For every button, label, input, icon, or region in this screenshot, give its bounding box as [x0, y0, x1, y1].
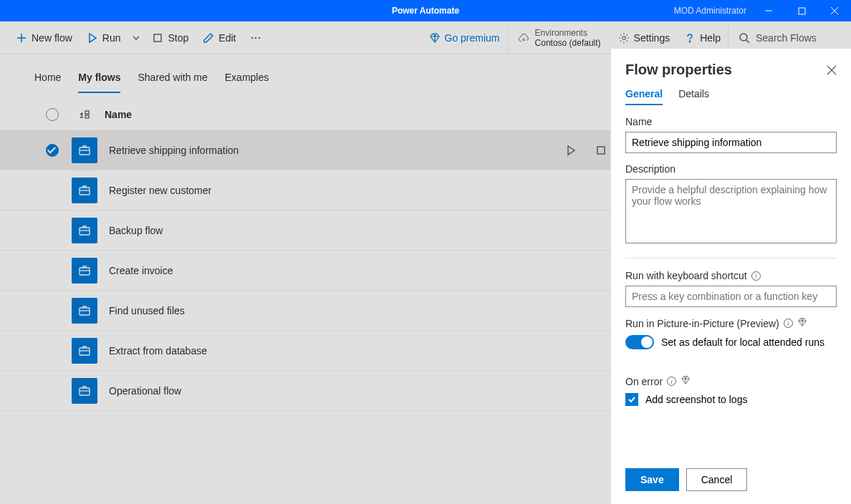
user-label: MOD Administrator — [674, 6, 752, 16]
onerror-label: On error i — [625, 375, 837, 387]
svg-rect-25 — [80, 188, 90, 195]
info-icon[interactable]: i — [784, 319, 793, 328]
flow-name: Backup flow — [99, 225, 544, 236]
new-flow-button[interactable]: New flow — [9, 21, 80, 54]
premium-icon — [681, 375, 691, 387]
svg-point-9 — [255, 37, 256, 38]
premium-icon — [797, 317, 807, 329]
svg-point-10 — [259, 37, 260, 38]
svg-marker-6 — [90, 34, 96, 42]
pip-label: Run in Picture-in-Picture (Preview) i — [625, 317, 837, 329]
window-controls — [752, 0, 851, 21]
flow-name: Register new customer — [99, 185, 544, 196]
close-button[interactable] — [818, 0, 851, 21]
flow-name: Create invoice — [99, 265, 544, 276]
flow-icon — [72, 338, 97, 364]
tab-shared[interactable]: Shared with me — [138, 72, 207, 93]
onerror-checkbox[interactable] — [625, 393, 638, 406]
flow-icon — [72, 218, 97, 243]
minimize-button[interactable] — [752, 0, 785, 21]
column-name-header[interactable]: Name — [99, 109, 544, 120]
cancel-button[interactable]: Cancel — [686, 468, 748, 491]
app-title: Power Automate — [392, 6, 459, 16]
desc-textarea[interactable] — [625, 179, 837, 243]
run-button[interactable]: Run — [80, 21, 128, 54]
more-button[interactable] — [243, 21, 269, 54]
environments-label: Environments — [535, 28, 601, 38]
select-all-radio[interactable] — [46, 108, 59, 121]
titlebar: Power Automate MOD Administrator — [0, 0, 851, 21]
flow-properties-panel: Flow properties General Details Name Des… — [610, 49, 851, 504]
svg-rect-27 — [80, 228, 90, 235]
svg-rect-29 — [80, 268, 90, 275]
flow-icon — [72, 178, 97, 203]
row-select-radio[interactable] — [46, 144, 59, 157]
tab-home[interactable]: Home — [34, 72, 61, 93]
svg-point-8 — [251, 37, 253, 38]
onerror-cb-label: Add screenshot to logs — [645, 394, 747, 405]
flow-icon — [72, 137, 97, 163]
panel-tab-details[interactable]: Details — [678, 88, 709, 105]
environments-picker[interactable]: Environments Contoso (default) — [507, 21, 611, 54]
tab-my-flows[interactable]: My flows — [78, 72, 120, 93]
pip-toggle[interactable] — [625, 335, 654, 349]
svg-rect-7 — [154, 34, 161, 42]
save-button[interactable]: Save — [625, 468, 679, 491]
edit-label: Edit — [218, 32, 236, 44]
shortcut-label: Run with keyboard shortcut i — [625, 270, 837, 281]
svg-rect-31 — [80, 308, 90, 315]
search-icon — [739, 32, 750, 44]
row-stop-icon[interactable] — [595, 145, 607, 156]
svg-line-14 — [746, 40, 749, 43]
svg-rect-35 — [80, 388, 90, 395]
name-input[interactable] — [625, 132, 837, 153]
shortcut-input[interactable] — [625, 286, 837, 307]
panel-tab-general[interactable]: General — [625, 88, 663, 105]
flow-icon — [72, 378, 97, 404]
new-flow-label: New flow — [32, 32, 72, 44]
help-label: Help — [700, 32, 721, 44]
search-placeholder: Search Flows — [756, 32, 817, 44]
tab-examples[interactable]: Examples — [225, 72, 269, 93]
sort-icon[interactable] — [70, 109, 99, 120]
svg-point-11 — [622, 36, 625, 39]
stop-button[interactable]: Stop — [145, 21, 196, 54]
environment-value: Contoso (default) — [535, 38, 601, 48]
svg-point-12 — [690, 41, 691, 42]
svg-rect-15 — [85, 111, 89, 114]
desc-field-label: Description — [625, 163, 837, 175]
name-field-label: Name — [625, 116, 837, 127]
maximize-button[interactable] — [785, 0, 818, 21]
info-icon[interactable]: i — [667, 377, 676, 386]
flow-name: Find unused files — [99, 305, 544, 316]
svg-rect-33 — [80, 348, 90, 355]
info-icon[interactable]: i — [751, 271, 761, 281]
svg-point-13 — [740, 34, 747, 41]
flow-icon — [72, 258, 97, 284]
svg-rect-18 — [80, 147, 90, 155]
svg-rect-1 — [799, 8, 805, 14]
stop-label: Stop — [168, 32, 188, 44]
flow-icon — [72, 298, 97, 324]
go-premium-label: Go premium — [445, 32, 500, 44]
svg-rect-21 — [597, 147, 605, 154]
panel-close-icon[interactable] — [827, 65, 837, 75]
panel-tabs: General Details — [625, 88, 837, 106]
flow-name: Retrieve shipping information — [99, 145, 544, 156]
go-premium-button[interactable]: Go premium — [422, 21, 507, 54]
row-run-icon[interactable] — [565, 145, 577, 156]
svg-rect-16 — [85, 115, 89, 118]
run-dropdown[interactable] — [128, 21, 145, 54]
flow-name: Operational flow — [99, 385, 544, 397]
edit-button[interactable]: Edit — [196, 21, 243, 54]
pip-toggle-label: Set as default for local attended runs — [661, 336, 824, 348]
svg-marker-20 — [568, 146, 574, 155]
flow-name: Extract from database — [99, 345, 544, 357]
panel-title: Flow properties — [625, 62, 732, 78]
settings-label: Settings — [634, 32, 670, 44]
run-label: Run — [102, 32, 121, 44]
